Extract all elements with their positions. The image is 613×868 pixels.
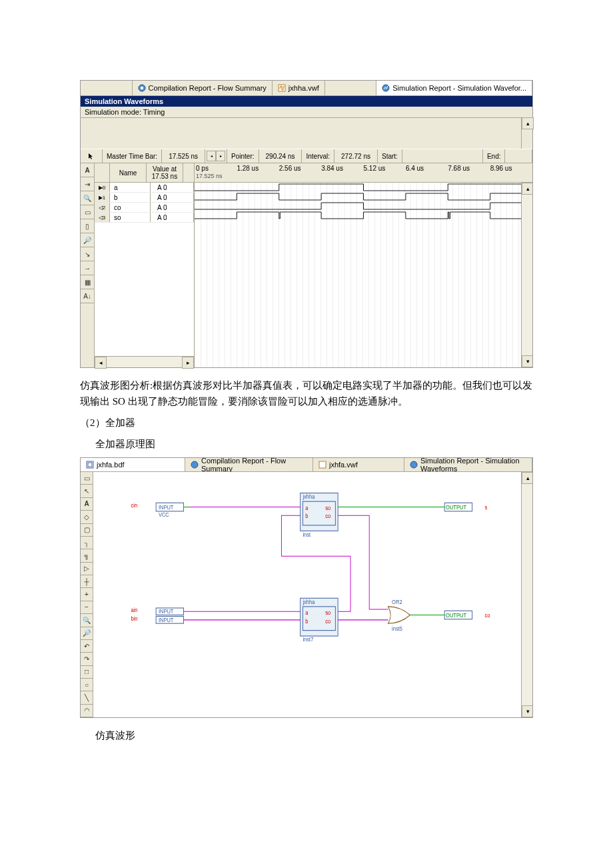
input-pin-icon: ▶0 [95,183,110,192]
tab-vwf-file[interactable]: jxhha.vwf [273,81,325,95]
interval-label: Interval: [302,149,334,163]
zoom-tool-icon[interactable]: 🔍 [81,191,94,205]
pointer-tool-icon[interactable]: ↖ [81,485,93,497]
signal-row[interactable]: ◁2 co A 0 [95,203,194,213]
tab-label: Simulation Report - Simulation Waveforms [420,457,526,473]
oval-tool-icon[interactable]: ○ [81,679,93,691]
signal-row[interactable]: ▶1 b A 0 [95,193,194,203]
vwf-file-icon [318,461,326,469]
redo-icon[interactable]: ↷ [81,653,93,665]
find-icon[interactable]: 🔎 [81,627,93,640]
input-tag: INPUT [159,609,174,615]
tab-simulation-report[interactable]: Simulation Report - Simulation Wavefor..… [376,81,532,95]
signal-name: a [110,183,151,192]
time-step-buttons[interactable]: ◂ ▸ [205,149,227,163]
undo-icon[interactable]: ↶ [81,640,93,653]
time-tick: 3.84 us [321,165,343,172]
waveform-trace-so [195,211,532,220]
sort-tool-icon[interactable]: A↓ [81,289,94,303]
rect-tool-icon[interactable]: □ [81,666,93,679]
tab-bdf-file[interactable]: jxhfa.bdf [81,458,185,471]
gate-instance: inst5 [392,625,402,631]
time-tick: 5.12 us [364,165,386,172]
port-co: co [325,619,330,625]
master-time-bar-value[interactable]: 17.525 ns [162,149,205,163]
scroll-track[interactable] [522,484,532,705]
fit-tool-icon[interactable]: ▭ [81,205,94,219]
signal-row[interactable]: ▶0 a A 0 [95,183,194,193]
wire-tool-icon[interactable]: ┐ [81,537,93,549]
signal-row[interactable]: ◁3 so A 0 [95,213,194,223]
box-tool-icon[interactable]: ▢ [81,524,93,537]
step-right-button[interactable]: ▸ [216,151,225,161]
scroll-down-button[interactable]: ▾ [522,355,532,367]
port-a: a [305,505,308,511]
scroll-down-button[interactable]: ▾ [522,705,532,717]
scroll-up-button[interactable]: ▴ [522,117,534,129]
step-left-button[interactable]: ◂ [207,151,216,161]
pointer-value: 290.24 ns [259,149,303,163]
port-tool-icon[interactable]: ▷ [81,563,93,575]
vwf-file-icon [278,84,286,92]
svg-rect-6 [319,461,326,468]
scroll-right-button[interactable]: ▸ [182,357,194,369]
bus-tool-icon[interactable]: ╗ [81,549,93,562]
cursor-tool-icon[interactable]: ▯ [81,219,94,233]
schematic-canvas[interactable]: cin INPUT VCC ain bin INPUT INPUT jxhha … [93,472,532,717]
tab-vwf-file[interactable]: jxhfa.vwf [313,458,404,471]
input-cin-label: cin [131,502,137,508]
port-b: b [305,513,308,519]
canvas-vertical-scrollbar[interactable]: ▴ ▾ [521,183,532,367]
scroll-left-button[interactable]: ◂ [95,357,107,369]
compile-report-icon [191,461,199,469]
time-tick: 7.68 us [448,165,470,172]
vertical-scrollbar[interactable]: ▴ [521,117,532,149]
cursor-tool-icon[interactable] [81,149,103,163]
tab-simulation-report[interactable]: Simulation Report - Simulation Waveforms [404,458,532,471]
zoom-out-icon[interactable]: − [81,601,93,614]
scroll-track[interactable] [522,195,532,355]
value-header-l2: 17.53 ns [152,173,177,180]
junction-tool-icon[interactable]: ┼ [81,575,93,588]
simulation-waveform-window: Compilation Report - Flow Summary jxhha.… [80,80,533,368]
signal-value: A 0 [151,193,194,202]
block-name: jxhha [302,599,314,605]
value-header-l1: Value at [153,165,177,173]
tab-compilation-report[interactable]: Compilation Report - Flow Summary [185,458,313,471]
find-next-tool-icon[interactable]: ↘ [81,247,94,261]
zoom-fit-icon[interactable]: 🔍 [81,614,93,627]
arc-tool-icon[interactable]: ◠ [81,705,93,717]
signal-list-hscroll[interactable]: ◂ ▸ [95,356,194,367]
waveform-canvas[interactable]: ▴ ▾ [195,183,532,367]
line-tool-icon[interactable]: ╲ [81,691,93,704]
bus-tool-icon[interactable]: ▦ [81,275,94,289]
zoom-in-icon[interactable]: + [81,588,93,601]
text-tool-icon[interactable]: A [81,498,93,511]
symbol-tool-icon[interactable]: ◇ [81,511,93,523]
time-tick: 6.4 us [406,165,424,172]
signal-list-panel: Name Value at 17.53 ns ▶0 a A 0 ▶1 b A 0 [95,163,195,367]
waveform-trace-co [195,201,532,211]
tab-label: Compilation Report - Flow Summary [201,457,307,473]
svg-point-7 [410,461,417,468]
time-tick: 8.96 us [490,165,512,172]
time-origin-l2: 17.525 ns [196,173,223,179]
tab-label: jxhfa.bdf [97,461,125,469]
schematic-tool-column: ▭ ↖ A ◇ ▢ ┐ ╗ ▷ ┼ + − 🔍 🔎 ↶ ↷ □ ○ ╲ ◠ [81,472,93,717]
scroll-track[interactable] [107,357,182,367]
scroll-up-button[interactable]: ▴ [522,472,532,484]
time-ruler: 0 ps 17.525 ns 1.28 us 2.56 us 3.84 us 5… [195,163,532,183]
next-transition-icon[interactable]: → [81,261,94,275]
bdf-file-icon [86,461,94,469]
canvas-vertical-scrollbar[interactable]: ▴ ▾ [521,472,532,717]
select-tool-icon[interactable]: ▭ [81,472,93,485]
tab-label: Simulation Report - Simulation Wavefor..… [392,84,526,92]
tab-compilation-report[interactable]: Compilation Report - Flow Summary [133,81,273,95]
scroll-up-button[interactable]: ▴ [522,183,532,195]
blank-tab-spacer [325,81,377,95]
find-tool-icon[interactable]: 🔎 [81,233,94,247]
time-origin-l1: 0 ps [196,165,209,172]
text-tool-icon[interactable]: A [81,163,94,177]
align-tool-icon[interactable]: ⇥ [81,177,94,191]
input-tag: INPUT [159,617,174,623]
